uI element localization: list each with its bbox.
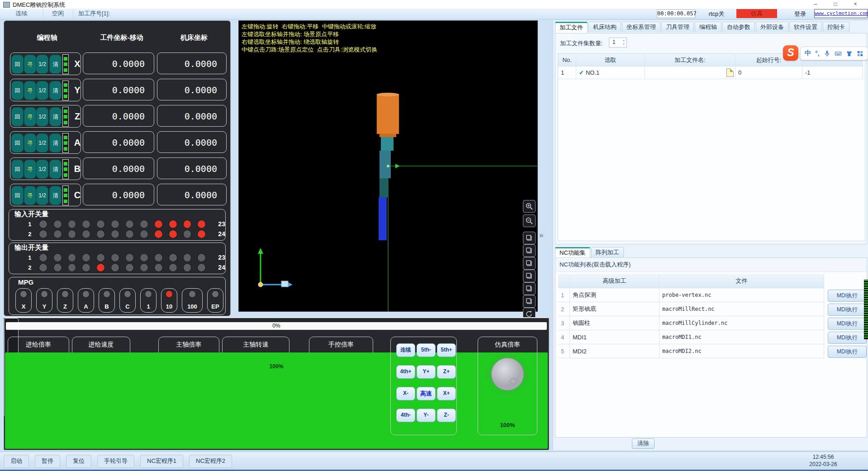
nc-macro1-button[interactable]: NC宏程序1 [140, 455, 183, 468]
axis-B-btn-4[interactable]: 清 [49, 160, 62, 179]
pause-button[interactable]: 暂停 [35, 455, 60, 468]
mpg-button-10[interactable]: 10 [161, 288, 177, 313]
mdi-execute-button[interactable]: MDI执行 [828, 346, 867, 358]
tab-控制卡[interactable]: 控制卡 [823, 22, 849, 32]
view-2-icon[interactable] [523, 244, 536, 257]
clear-button[interactable]: 清除 [632, 438, 655, 449]
axis-C-btn-1[interactable]: 回 [11, 186, 24, 205]
tab-自动参数[interactable]: 自动参数 [722, 22, 755, 32]
scrollbar-thumb[interactable] [864, 280, 868, 339]
axis-B-btn-2[interactable]: 寻 [24, 160, 36, 179]
jog-button-高速[interactable]: 高速 [417, 387, 436, 400]
tab-刀具管理[interactable]: 刀具管理 [661, 22, 694, 32]
mpg-button-B[interactable]: B [99, 288, 115, 313]
axis-C-btn-3[interactable]: 1/2 [36, 186, 48, 205]
mdi-execute-button[interactable]: MDI执行 [828, 318, 867, 330]
jog-button-Z-[interactable]: Z- [437, 409, 456, 422]
axis-A-btn-3[interactable]: 1/2 [36, 133, 48, 152]
punctuation-icon[interactable]: °, [815, 50, 820, 57]
jog-button-Y-[interactable]: Y- [417, 409, 436, 422]
axis-Z-btn-1[interactable]: 回 [11, 107, 24, 126]
mdi-execute-button[interactable]: MDI执行 [828, 290, 867, 302]
close-button[interactable]: × [845, 0, 865, 9]
axis-Y-btn-2[interactable]: 寻 [24, 81, 36, 100]
tab-软件设置[interactable]: 软件设置 [789, 22, 822, 32]
mpg-button-X[interactable]: X [15, 288, 32, 313]
mpg-button-Y[interactable]: Y [36, 288, 52, 313]
axis-A-btn-4[interactable]: 清 [49, 133, 62, 152]
jog-button-X-[interactable]: X- [396, 387, 415, 400]
axis-A-btn-2[interactable]: 寻 [24, 133, 36, 152]
nc-tab-阵列加工[interactable]: 阵列加工 [591, 247, 624, 257]
view-1-icon[interactable] [523, 232, 536, 244]
login-button[interactable]: 登录 [785, 10, 815, 18]
maximize-button[interactable]: □ [825, 0, 845, 9]
axis-Y-btn-4[interactable]: 清 [49, 81, 62, 100]
file-row-name[interactable] [645, 67, 735, 79]
axis-X-btn-4[interactable]: 清 [49, 55, 62, 74]
menu-item-3[interactable]: 加工序号[1]: [73, 9, 169, 19]
jog-button-4th+[interactable]: 4th+ [396, 365, 415, 379]
microphone-icon[interactable] [824, 50, 830, 57]
menu-item-1[interactable]: 连续 [0, 9, 43, 19]
simulation-mode-button[interactable]: 仿真 [736, 9, 777, 18]
axis-Z-btn-4[interactable]: 清 [49, 107, 62, 126]
file-row-select[interactable]: ✓NO.1 [576, 67, 645, 79]
jog-button-X+[interactable]: X+ [437, 387, 456, 400]
sogou-logo-icon[interactable]: S [783, 45, 798, 61]
nc-table-row[interactable]: 3铣圆柱macroMillCylinder.ncMDI执行 [558, 316, 866, 330]
chinese-mode-icon[interactable]: 中 [805, 49, 811, 57]
nc-macro2-button[interactable]: NC宏程序2 [189, 455, 232, 468]
jog-button-5th-[interactable]: 5th- [417, 343, 436, 357]
file-table-row[interactable]: 1✓NO.10-1 [558, 67, 865, 79]
mpg-button-Z[interactable]: Z [57, 288, 73, 313]
view-6-icon[interactable] [523, 295, 536, 308]
view-5-icon[interactable] [523, 282, 536, 295]
view-4-icon[interactable] [523, 270, 536, 282]
axis-X-btn-1[interactable]: 回 [11, 55, 24, 74]
reset-button[interactable]: 复位 [66, 455, 91, 468]
axis-A-btn-1[interactable]: 回 [11, 133, 24, 152]
mpg-button-C[interactable]: C [119, 288, 136, 313]
vendor-link-text[interactable]: www.cyclmotion.com [815, 10, 868, 16]
mpg-button-100[interactable]: 100 [182, 288, 203, 313]
axis-X-btn-2[interactable]: 寻 [24, 55, 36, 74]
tab-编程轴[interactable]: 编程轴 [695, 22, 721, 32]
nc-table-row[interactable]: 1角点探测probe-vertex.ncMDI执行 [558, 288, 866, 302]
jog-button-Z+[interactable]: Z+ [437, 365, 456, 379]
zoom-in-icon[interactable] [523, 200, 536, 213]
nc-table-row[interactable]: 5MDI2macroMDI2.ncMDI执行 [558, 344, 866, 358]
menu-item-2[interactable]: 空闲 [43, 9, 73, 19]
axis-Y-btn-1[interactable]: 回 [11, 81, 24, 100]
axis-X-btn-3[interactable]: 1/2 [36, 55, 48, 74]
mdi-execute-button[interactable]: MDI执行 [828, 332, 867, 344]
axis-Y-btn-3[interactable]: 1/2 [36, 81, 48, 100]
file-open-icon[interactable] [726, 68, 734, 77]
zoom-out-icon[interactable] [523, 214, 536, 227]
jog-button-Y+[interactable]: Y+ [417, 365, 436, 379]
start-button[interactable]: 启动 [4, 455, 29, 468]
nc-table-row[interactable]: 2矩形铣底macroMillRect.ncMDI执行 [558, 302, 866, 316]
jog-button-连续[interactable]: 连续 [396, 343, 415, 357]
toolbox-icon[interactable] [857, 50, 863, 57]
file-count-spinner[interactable]: 1 ▲▼ [609, 38, 627, 48]
mpg-button-1[interactable]: 1 [140, 288, 157, 313]
tab-机床结构[interactable]: 机床结构 [588, 22, 621, 32]
axis-B-btn-3[interactable]: 1/2 [36, 160, 48, 179]
nc-table-row[interactable]: 4MDI1macroMDI1.ncMDI执行 [558, 330, 866, 344]
axis-Z-btn-3[interactable]: 1/2 [36, 107, 48, 126]
minimize-button[interactable]: – [806, 0, 825, 9]
keyboard-icon[interactable] [835, 50, 842, 57]
axis-C-btn-2[interactable]: 寻 [24, 186, 36, 205]
panel-expander[interactable]: » [539, 231, 543, 240]
tab-外部设备[interactable]: 外部设备 [756, 22, 788, 32]
spinner-arrows-icon[interactable]: ▲▼ [622, 38, 625, 47]
axis-Z-btn-2[interactable]: 寻 [24, 107, 36, 126]
mpg-button-A[interactable]: A [78, 288, 94, 313]
tab-坐标系管理[interactable]: 坐标系管理 [622, 22, 660, 32]
skin-icon[interactable] [846, 50, 853, 57]
jog-button-4th-[interactable]: 4th- [396, 409, 415, 422]
3d-viewport[interactable]: 左键拖动:旋转 右键拖动:平移 中键拖动或滚轮:缩放左键选取坐标轴并拖动: 场景… [238, 20, 538, 312]
vendor-link[interactable]: www.cyclmotion.com [814, 9, 868, 18]
mdi-execute-button[interactable]: MDI执行 [828, 304, 867, 316]
